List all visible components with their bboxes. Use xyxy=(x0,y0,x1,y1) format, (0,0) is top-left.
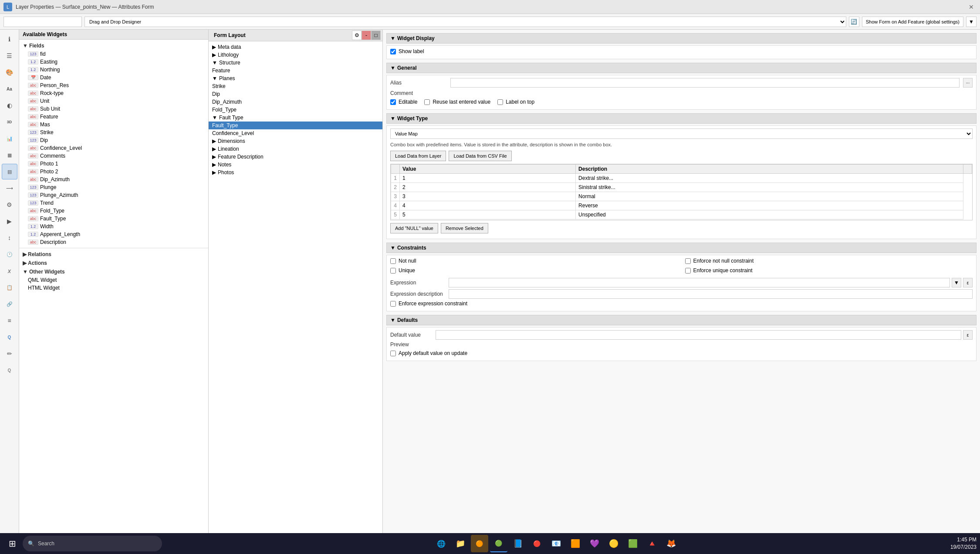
form-planes[interactable]: ▼ Planes xyxy=(209,74,382,82)
metadata-icon[interactable]: 📋 xyxy=(2,280,17,295)
diagram-icon[interactable]: 📊 xyxy=(2,131,17,146)
labels-icon[interactable]: Aa xyxy=(2,81,17,97)
expression-edit-btn[interactable]: ε xyxy=(963,278,973,287)
row-4-desc[interactable]: Reverse xyxy=(576,201,963,210)
taskbar-app-1[interactable]: 🌐 xyxy=(433,535,450,552)
taskbar-app-sticky[interactable]: 🟡 xyxy=(605,535,622,552)
field-northing[interactable]: 1.2 Northing xyxy=(19,66,208,74)
form-fault-type-selected[interactable]: Fault_Type xyxy=(209,122,382,129)
form-fault-type-group[interactable]: ▼ Fault Type xyxy=(209,114,382,122)
form-feature[interactable]: Feature xyxy=(209,67,382,74)
taskbar-app-outlook[interactable]: 📧 xyxy=(547,535,565,552)
other-widgets-section[interactable]: ▼ Other Widgets xyxy=(19,267,208,276)
form-lineation[interactable]: ▶ Lineation xyxy=(209,145,382,153)
field-photo2[interactable]: abc Photo 2 xyxy=(19,168,208,176)
field-unit[interactable]: abc Unit xyxy=(19,97,208,105)
actions-section[interactable]: ▶ Actions xyxy=(19,259,208,267)
field-fid[interactable]: 123 fid xyxy=(19,50,208,58)
enforce-unique-checkbox[interactable] xyxy=(685,268,691,274)
relations-section[interactable]: ▶ Relations xyxy=(19,250,208,259)
table-row[interactable]: 2 2 Sinistral strike... xyxy=(391,183,972,192)
legend-icon[interactable]: ≡ xyxy=(2,313,17,328)
field-width[interactable]: 1.2 Width xyxy=(19,223,208,230)
symbology-icon[interactable]: 🎨 xyxy=(2,64,17,80)
info-icon[interactable]: ℹ xyxy=(2,31,17,47)
source-icon[interactable]: ☰ xyxy=(2,48,17,64)
dropdown-arrow-button[interactable]: ▼ xyxy=(966,17,977,27)
form-structure[interactable]: ▼ Structure xyxy=(209,59,382,67)
form-confidence-level[interactable]: Confidence_Level xyxy=(209,129,382,137)
label-on-top-checkbox[interactable] xyxy=(497,99,503,105)
field-description[interactable]: abc Description xyxy=(19,238,208,246)
unique-checkbox[interactable] xyxy=(390,268,396,274)
table-row[interactable]: 1 1 Dextral strike... xyxy=(391,174,972,183)
form-strike[interactable]: Strike xyxy=(209,82,382,90)
row-2-desc[interactable]: Sinistral strike... xyxy=(576,183,963,192)
form-dip-azimuth[interactable]: Dip_Azimuth xyxy=(209,98,382,106)
load-data-csv-button[interactable]: Load Data from CSV File xyxy=(449,151,511,161)
form-notes[interactable]: ▶ Notes xyxy=(209,161,382,169)
taskbar-app-word[interactable]: 📘 xyxy=(509,535,527,552)
field-mas[interactable]: abc Mas xyxy=(19,121,208,128)
field-feature[interactable]: abc Feature xyxy=(19,113,208,121)
widget-type-dropdown[interactable]: Value Map xyxy=(390,128,973,139)
field-date[interactable]: 📅 Date xyxy=(19,74,208,81)
constraints-section-header[interactable]: ▼ Constraints xyxy=(386,243,977,253)
3d-icon[interactable]: 3D xyxy=(2,114,17,130)
aux-icon[interactable]: ⚙ xyxy=(2,197,17,213)
form-lithology[interactable]: ▶ Lithology xyxy=(209,51,382,59)
show-label-checkbox[interactable] xyxy=(390,49,396,54)
enforce-expr-checkbox[interactable] xyxy=(390,301,396,307)
qgis-server-icon[interactable]: Q xyxy=(2,329,17,345)
show-form-button[interactable]: Show Form on Add Feature (global setting… xyxy=(862,17,963,27)
not-null-checkbox[interactable] xyxy=(390,258,396,264)
taskbar-app-excel[interactable]: 🟩 xyxy=(624,535,642,552)
expression-input[interactable] xyxy=(449,278,950,287)
row-5-value[interactable]: 5 xyxy=(400,210,576,220)
search-input[interactable] xyxy=(3,17,82,27)
taskbar-app-2[interactable]: 📁 xyxy=(452,535,469,552)
field-sub-unit[interactable]: abc Sub Unit xyxy=(19,105,208,113)
editable-checkbox[interactable] xyxy=(390,99,396,105)
close-button[interactable]: ✕ xyxy=(966,2,977,12)
widget-display-section-header[interactable]: ▼ Widget Display xyxy=(386,33,977,44)
row-1-value[interactable]: 1 xyxy=(400,174,576,183)
actions-icon[interactable]: ▶ xyxy=(2,213,17,229)
form-dip[interactable]: Dip xyxy=(209,90,382,98)
form-layout-other-btn[interactable]: □ xyxy=(371,30,381,40)
alias-dots-button[interactable]: ··· xyxy=(963,78,973,88)
mask-icon[interactable]: ◐ xyxy=(2,98,17,113)
field-confidence-level[interactable]: abc Confidence_Level xyxy=(19,144,208,152)
field-trend[interactable]: 123 Trend xyxy=(19,199,208,207)
defaults-section-header[interactable]: ▼ Defaults xyxy=(386,315,977,325)
form-feature-description[interactable]: ▶ Feature Description xyxy=(209,153,382,161)
form-fold-type[interactable]: Fold_Type xyxy=(209,106,382,114)
field-fault-type[interactable]: abc Fault_Type xyxy=(19,215,208,223)
join-icon[interactable]: ⟶ xyxy=(2,180,17,196)
field-apperent-length[interactable]: 1.2 Apperent_Length xyxy=(19,230,208,238)
field-dip[interactable]: 123 Dip xyxy=(19,136,208,144)
form-layout-red-btn[interactable]: - xyxy=(362,30,371,40)
taskbar-app-teams[interactable]: 💜 xyxy=(586,535,603,552)
field-easting[interactable]: 1.2 Easting xyxy=(19,58,208,66)
taskbar-app-ppt[interactable]: 🟧 xyxy=(567,535,584,552)
field-comments[interactable]: abc Comments xyxy=(19,152,208,160)
table-row[interactable]: 4 4 Reverse xyxy=(391,201,972,210)
enforce-not-null-checkbox[interactable] xyxy=(685,258,691,264)
alias-input[interactable] xyxy=(450,78,960,88)
general-section-header[interactable]: ▼ General xyxy=(386,63,977,73)
form-layout-settings-btn[interactable]: ⚙ xyxy=(352,30,362,40)
row-1-desc[interactable]: Dextral strike... xyxy=(576,174,963,183)
form-dimensions[interactable]: ▶ Dimensions xyxy=(209,137,382,145)
apply-on-update-checkbox[interactable] xyxy=(390,351,396,356)
field-plunge-azimuth[interactable]: 123 Plunge_Azimuth xyxy=(19,191,208,199)
row-5-desc[interactable]: Unspecified xyxy=(576,210,963,220)
default-value-input[interactable] xyxy=(436,330,961,340)
field-photo1[interactable]: abc Photo 1 xyxy=(19,160,208,168)
expression-desc-input[interactable] xyxy=(449,289,973,299)
designer-dropdown[interactable]: Drag and Drop Designer xyxy=(84,17,846,27)
taskbar-app-browser2[interactable]: 🦊 xyxy=(662,535,680,552)
fields-icon[interactable]: ▦ xyxy=(2,147,17,163)
field-fold-type[interactable]: abc Fold_Type xyxy=(19,207,208,215)
dependencies-icon[interactable]: 🔗 xyxy=(2,296,17,312)
